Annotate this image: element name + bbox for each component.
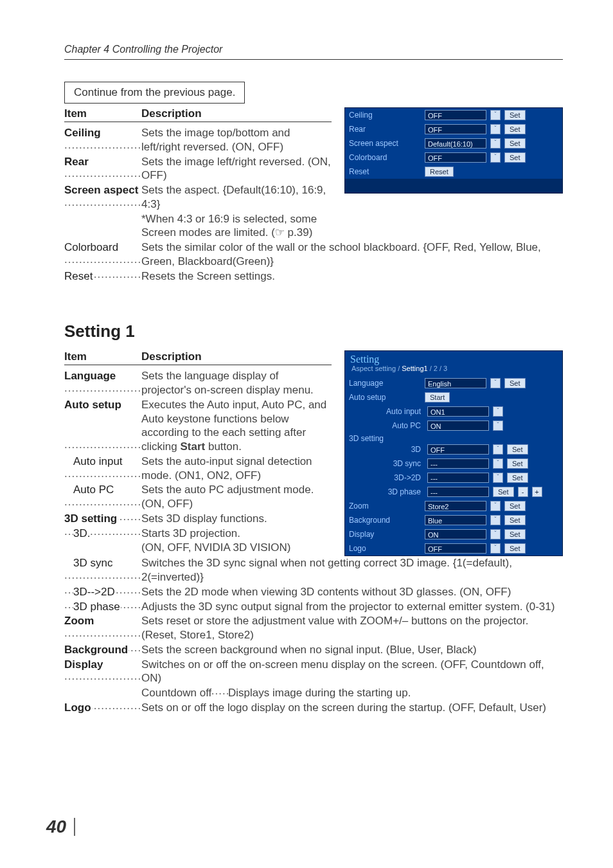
set-button[interactable]: Set xyxy=(504,124,526,134)
select-value[interactable]: Blue xyxy=(425,515,486,525)
select-value[interactable]: OFF xyxy=(425,543,486,554)
item-desc: *When 4:3 or 16:9 is selected, some Scre… xyxy=(141,212,332,240)
chevron-down-icon[interactable]: ˇ xyxy=(490,138,501,149)
select-value[interactable]: OFF xyxy=(425,124,486,134)
set-button[interactable]: Set xyxy=(504,529,526,539)
select-value[interactable]: Default(16:10) xyxy=(425,138,486,149)
item-label: 3D phase................................… xyxy=(64,600,141,614)
panel-row: Screen aspectDefault(16:10)ˇSet xyxy=(345,136,562,150)
panel-label: Language xyxy=(349,379,421,387)
item-desc: (ON, OFF, NVIDIA 3D VISION) xyxy=(141,541,332,555)
select-value[interactable]: OFF xyxy=(425,110,486,120)
set-button[interactable]: Set xyxy=(507,458,528,469)
definition-row: Auto input..............................… xyxy=(64,455,332,483)
table-header: Item Description xyxy=(64,107,332,122)
select-value[interactable]: OFF xyxy=(425,152,486,163)
definition-row: 3D sync.................................… xyxy=(64,556,563,584)
set-button[interactable]: Set xyxy=(493,487,514,497)
item-desc: Sets the similar color of the wall or th… xyxy=(141,240,563,269)
chapter-header: Chapter 4 Controlling the Projector xyxy=(64,44,563,60)
definition-row: Logo....................................… xyxy=(64,701,563,715)
chevron-down-icon[interactable]: ˇ xyxy=(490,110,501,120)
set-button[interactable]: Set xyxy=(507,473,528,483)
panel-label: Auto input xyxy=(384,408,423,415)
page-number: 40 xyxy=(46,818,75,836)
action-button[interactable]: Start xyxy=(425,392,450,402)
col-desc: Description xyxy=(141,107,332,120)
panel-label: Colorboard xyxy=(349,154,421,161)
select-value[interactable]: --- xyxy=(427,473,489,483)
chevron-down-icon[interactable]: ˇ xyxy=(490,501,501,511)
item-desc: Switches on or off the on-screen menu di… xyxy=(141,658,563,686)
item-desc: Countdown off...........................… xyxy=(141,686,563,700)
panel-row: Auto PCONˇ xyxy=(345,419,562,433)
plus-button[interactable]: + xyxy=(532,487,542,497)
chevron-down-icon[interactable]: ˇ xyxy=(493,420,503,431)
chevron-down-icon[interactable]: ˇ xyxy=(493,444,503,455)
chevron-down-icon[interactable]: ˇ xyxy=(490,529,501,539)
panel-label: Background xyxy=(349,516,421,524)
set-button[interactable]: Set xyxy=(504,543,526,554)
select-value[interactable]: --- xyxy=(427,458,489,469)
col-item: Item xyxy=(64,107,141,120)
set-button[interactable]: Set xyxy=(507,444,528,455)
chevron-down-icon[interactable]: ˇ xyxy=(490,152,501,163)
panel-title: Setting xyxy=(345,351,562,365)
item-label: Auto input..............................… xyxy=(64,455,141,483)
definition-row: 3D setting..............................… xyxy=(64,512,332,526)
item-label xyxy=(64,212,141,240)
chevron-down-icon[interactable]: ˇ xyxy=(490,543,501,554)
chevron-down-icon[interactable]: ˇ xyxy=(490,378,501,388)
select-value[interactable]: --- xyxy=(427,487,489,497)
item-desc: Executes the Auto input, Auto PC, and Au… xyxy=(141,398,332,454)
set-button[interactable]: Set xyxy=(504,378,526,388)
chevron-down-icon[interactable]: ˇ xyxy=(493,458,503,469)
item-desc: Sets the aspect. {Default(16:10), 16:9, … xyxy=(141,183,332,212)
definition-row: Rear....................................… xyxy=(64,155,332,183)
select-value[interactable]: ON xyxy=(425,529,486,539)
panel-label: 3D phase xyxy=(384,488,423,496)
panel-row: BackgroundBlueˇSet xyxy=(345,513,562,527)
minus-button[interactable]: - xyxy=(518,487,528,497)
item-desc: Sets the auto PC adjustment mode. (ON, O… xyxy=(141,483,332,511)
definition-row: 3D-->2D.................................… xyxy=(64,585,563,599)
item-desc: Sets reset or store the adjustment value… xyxy=(141,614,563,642)
panel-label: Auto setup xyxy=(349,393,421,401)
chevron-down-icon[interactable]: ˇ xyxy=(490,515,501,525)
action-button[interactable]: Reset xyxy=(425,167,454,177)
panel-label: 3D sync xyxy=(384,460,423,467)
panel-row: Auto setupStart xyxy=(345,390,562,404)
item-label: Zoom....................................… xyxy=(64,614,141,642)
item-label: Display.................................… xyxy=(64,658,141,686)
select-value[interactable]: ON xyxy=(427,420,489,431)
panel-row: ResetReset xyxy=(345,165,562,179)
set-button[interactable]: Set xyxy=(504,152,526,163)
item-label: Logo....................................… xyxy=(64,701,141,715)
select-value[interactable]: OFF xyxy=(427,444,489,455)
item-desc: Adjusts the 3D sync output signal from t… xyxy=(141,600,563,614)
chevron-down-icon[interactable]: ˇ xyxy=(490,124,501,134)
panel-label: Display xyxy=(349,530,421,538)
col-desc-2: Description xyxy=(141,350,332,363)
item-desc: Sets the language display of projector's… xyxy=(141,369,332,397)
set-button[interactable]: Set xyxy=(504,110,526,120)
panel-row: LanguageEnglishˇSet xyxy=(345,376,562,390)
set-button[interactable]: Set xyxy=(504,138,526,149)
item-desc: Starts 3D projection. xyxy=(141,527,332,541)
chevron-down-icon[interactable]: ˇ xyxy=(493,473,503,483)
screenshot-panel-screen: CeilingOFFˇSetRearOFFˇSetScreen aspectDe… xyxy=(344,107,563,194)
item-label: Ceiling.................................… xyxy=(64,126,141,154)
set-button[interactable]: Set xyxy=(504,501,526,511)
chevron-down-icon[interactable]: ˇ xyxy=(493,406,503,417)
select-value[interactable]: English xyxy=(425,378,486,388)
panel-row: Auto inputON1ˇ xyxy=(345,404,562,419)
definition-row: *When 4:3 or 16:9 is selected, some Scre… xyxy=(64,212,332,240)
item-label: 3D sync.................................… xyxy=(64,556,141,584)
panel-label: Zoom xyxy=(349,502,421,510)
definition-row: Countdown off...........................… xyxy=(64,686,563,700)
select-value[interactable]: ON1 xyxy=(427,406,489,417)
item-label: Auto PC.................................… xyxy=(64,483,141,511)
select-value[interactable]: Store2 xyxy=(425,501,486,511)
panel-label: Ceiling xyxy=(349,111,421,119)
set-button[interactable]: Set xyxy=(504,515,526,525)
